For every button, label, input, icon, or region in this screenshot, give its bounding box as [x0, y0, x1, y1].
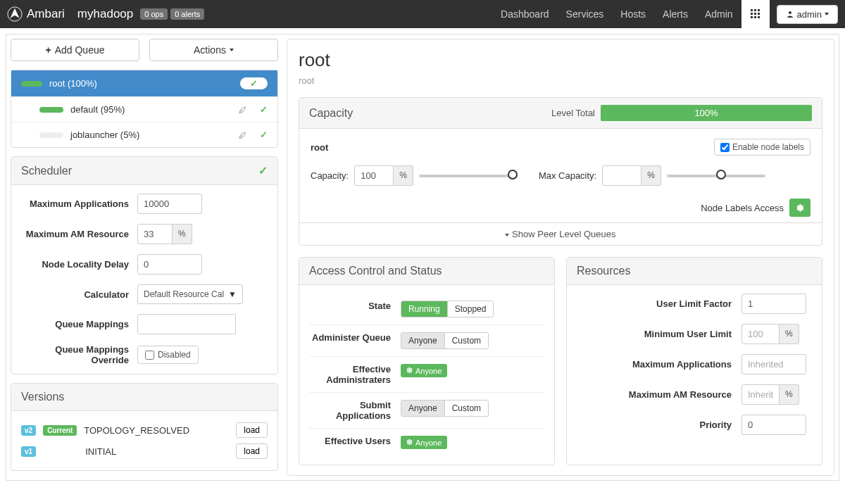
user-icon [786, 10, 794, 18]
mam-input[interactable] [741, 384, 780, 405]
version-row: v1 INITIAL load [21, 441, 268, 462]
resources-title: Resources [577, 265, 630, 277]
locality-label: Node Locality Delay [21, 259, 137, 270]
nav-admin[interactable]: Admin [696, 0, 741, 28]
capacity-bar-icon [39, 132, 63, 138]
priority-input[interactable] [741, 415, 806, 435]
custom-option[interactable]: Custom [444, 401, 488, 416]
leaf-icon [237, 105, 247, 115]
node-labels-label: Node Labels Access [701, 203, 784, 213]
tree-root[interactable]: root (100%) ✓ [11, 70, 277, 97]
running-option[interactable]: Running [401, 301, 447, 317]
actions-button[interactable]: Actions [149, 39, 278, 61]
add-queue-button[interactable]: + Add Queue [11, 39, 139, 61]
load-button[interactable]: load [236, 422, 268, 438]
load-button[interactable]: load [236, 443, 268, 459]
nav-alerts[interactable]: Alerts [654, 0, 696, 28]
nav-hosts[interactable]: Hosts [612, 0, 654, 28]
mul-label: Minimum User Limit [577, 329, 741, 339]
submit-apps-toggle[interactable]: Anyone Custom [401, 400, 489, 417]
check-icon: ✓ [260, 130, 268, 140]
mappings-input[interactable] [137, 314, 236, 334]
ambari-logo-icon [7, 6, 23, 22]
svg-rect-1 [751, 9, 753, 11]
ulf-label: User Limit Factor [577, 298, 741, 309]
admin-queue-label: Administer Queue [309, 332, 401, 343]
capacity-panel: Capacity Level Total 100% root Enable no… [299, 97, 822, 246]
capacity-label: Capacity: [311, 170, 349, 181]
mul-input[interactable] [741, 324, 780, 344]
anyone-option[interactable]: Anyone [401, 401, 444, 416]
check-icon: ✓ [260, 104, 268, 115]
scheduler-panel: Scheduler ✓ Maximum Applications Maximum… [11, 156, 278, 374]
nav-dashboard[interactable]: Dashboard [492, 0, 558, 28]
top-navbar: Ambari myhadoop 0 ops 0 alerts Dashboard… [0, 0, 845, 28]
max-am-label: Maximum AM Resource [21, 229, 137, 239]
capacity-bar-icon [39, 107, 63, 113]
max-capacity-slider[interactable] [667, 175, 765, 177]
state-label: State [309, 301, 401, 311]
max-am-input[interactable] [137, 224, 173, 244]
breadcrumb[interactable]: root [299, 75, 822, 86]
max-apps-input[interactable] [137, 194, 202, 214]
anyone-tag: ✽Anyone [401, 436, 447, 449]
cluster-name[interactable]: myhadoop [77, 7, 133, 21]
max-apps-label: Maximum Applications [21, 199, 137, 209]
max-capacity-label: Max Capacity: [539, 170, 596, 181]
eff-users-label: Effective Users [309, 436, 401, 446]
caret-down-icon [825, 13, 829, 15]
asterisk-icon: ✽ [406, 366, 413, 375]
level-total-label: Level Total [551, 108, 595, 118]
show-peer-queues-toggle[interactable]: Show Peer Level Queues [299, 222, 822, 245]
admin-queue-toggle[interactable]: Anyone Custom [401, 332, 489, 349]
ma-label: Maximum Applications [577, 359, 741, 370]
current-tag: Current [43, 425, 77, 436]
alerts-badge[interactable]: 0 alerts [170, 8, 204, 20]
scheduler-title: Scheduler [21, 165, 72, 177]
version-state: INITIAL [85, 446, 116, 457]
add-node-label-button[interactable]: ✽ [789, 199, 810, 217]
queue-tree: root (100%) ✓ default (95%) ✓ joblaunche… [11, 70, 278, 148]
anyone-option[interactable]: Anyone [401, 333, 444, 348]
svg-rect-7 [751, 16, 753, 18]
tree-default[interactable]: default (95%) ✓ [11, 97, 277, 122]
custom-option[interactable]: Custom [444, 333, 488, 348]
stopped-option[interactable]: Stopped [447, 301, 494, 317]
calculator-select[interactable]: Default Resource Cal▼ [137, 284, 243, 304]
apps-grid-icon[interactable] [741, 0, 770, 28]
version-tag[interactable]: v1 [21, 446, 36, 457]
resources-panel: Resources User Limit Factor Minimum User… [566, 257, 822, 465]
version-state: TOPOLOGY_RESOLVED [84, 425, 189, 436]
page-title: root [299, 49, 822, 71]
max-capacity-input[interactable] [602, 165, 641, 186]
brand-name[interactable]: Ambari [27, 7, 65, 21]
check-icon: ✓ [240, 77, 268, 89]
admin-user-button[interactable]: admin [777, 5, 838, 24]
enable-node-labels-checkbox[interactable]: Enable node labels [714, 139, 810, 156]
calculator-label: Calculator [21, 289, 137, 300]
capacity-input[interactable] [354, 165, 394, 186]
ops-badge[interactable]: 0 ops [140, 8, 168, 20]
state-toggle[interactable]: Running Stopped [401, 301, 494, 317]
override-label: Queue Mappings Override [21, 344, 137, 365]
ma-input[interactable] [741, 354, 806, 374]
caret-down-icon [230, 49, 234, 51]
capacity-title: Capacity [309, 107, 353, 120]
version-tag[interactable]: v2 [21, 425, 36, 436]
svg-rect-5 [754, 13, 756, 15]
nav-services[interactable]: Services [558, 0, 613, 28]
locality-input[interactable] [137, 254, 202, 275]
leaf-icon [237, 130, 247, 140]
tree-joblauncher[interactable]: joblauncher (5%) ✓ [11, 122, 277, 147]
svg-point-10 [789, 11, 791, 14]
caret-down-icon [505, 234, 509, 237]
priority-label: Priority [577, 420, 741, 430]
svg-rect-9 [758, 16, 760, 18]
ulf-input[interactable] [741, 294, 806, 314]
anyone-tag: ✽Anyone [401, 364, 447, 377]
asterisk-icon: ✽ [406, 438, 413, 447]
mam-label: Maximum AM Resource [577, 389, 741, 400]
capacity-slider[interactable] [419, 175, 518, 177]
override-checkbox[interactable]: Disabled [137, 346, 199, 364]
eff-admin-label: Effective Administraters [309, 364, 401, 385]
